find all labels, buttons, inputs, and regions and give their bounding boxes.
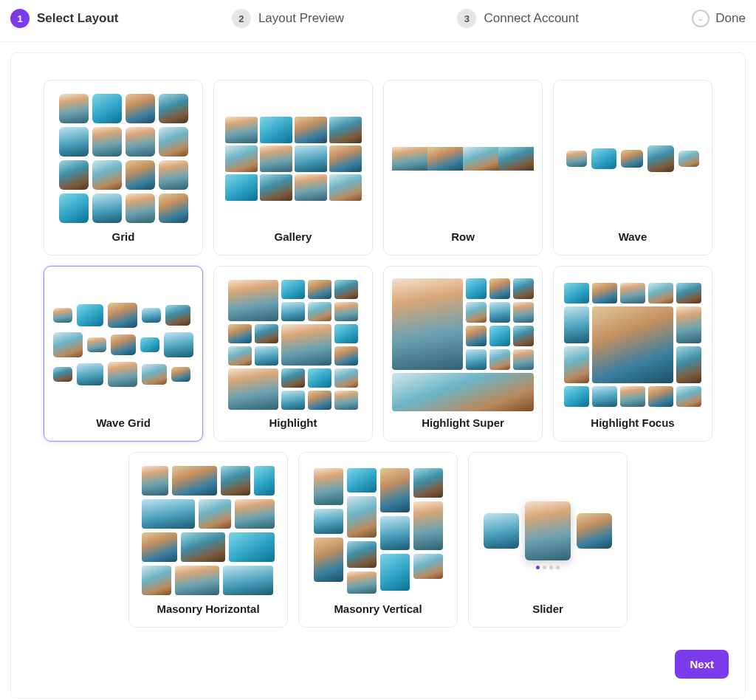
- step-layout-preview[interactable]: 2 Layout Preview: [232, 9, 344, 28]
- layout-label-highlight-super: Highlight Super: [422, 416, 504, 429]
- step-connect-account[interactable]: 3 Connect Account: [457, 9, 579, 28]
- preview-highlight-focus: [561, 277, 704, 412]
- layout-label-slider: Slider: [532, 603, 563, 615]
- svg-point-0: [699, 17, 700, 18]
- layout-card-row[interactable]: Row: [383, 80, 543, 255]
- done-label: Done: [715, 11, 746, 26]
- preview-row: [391, 91, 535, 226]
- layout-card-highlight[interactable]: Highlight: [213, 266, 373, 442]
- preview-masonry-vertical: [306, 463, 450, 598]
- layout-card-grid[interactable]: Grid: [44, 80, 203, 255]
- preview-masonry-horizontal: [137, 463, 280, 598]
- layout-label-highlight-focus: Highlight Focus: [591, 416, 674, 429]
- layout-label-masonry-horizontal: Masonry Horizontal: [157, 603, 259, 615]
- layout-label-highlight: Highlight: [269, 416, 317, 429]
- layout-card-wave[interactable]: Wave: [553, 80, 712, 255]
- layout-card-masonry-horizontal[interactable]: Masonry Horizontal: [128, 452, 288, 628]
- layout-label-wave: Wave: [619, 230, 647, 243]
- step-label-1: Select Layout: [37, 11, 119, 26]
- layout-label-row: Row: [451, 230, 475, 243]
- preview-wave: [561, 91, 704, 226]
- step-label-2: Layout Preview: [258, 11, 344, 26]
- layout-card-highlight-super[interactable]: Highlight Super: [383, 266, 543, 442]
- layout-card-highlight-focus[interactable]: Highlight Focus: [553, 266, 712, 442]
- layout-card-slider[interactable]: Slider: [468, 452, 628, 628]
- stepper: 1 Select Layout 2 Layout Preview 3 Conne…: [0, 0, 756, 42]
- step-number-3: 3: [457, 9, 476, 28]
- preview-slider: [476, 463, 619, 598]
- step-number-1: 1: [10, 9, 30, 28]
- smile-icon: [692, 10, 709, 27]
- layout-card-gallery[interactable]: Gallery: [213, 80, 373, 255]
- step-done: Done: [692, 10, 746, 27]
- preview-grid: [52, 91, 195, 226]
- layout-card-masonry-vertical[interactable]: Masonry Vertical: [298, 452, 458, 628]
- preview-highlight: [221, 277, 365, 412]
- preview-highlight-super: [391, 277, 535, 412]
- preview-gallery: [221, 91, 365, 226]
- slider-dots: [536, 566, 560, 569]
- layout-label-grid: Grid: [112, 230, 135, 243]
- step-number-2: 2: [232, 9, 251, 28]
- preview-wave-grid: [52, 277, 195, 412]
- svg-point-1: [701, 17, 702, 18]
- layout-label-gallery: Gallery: [275, 230, 312, 243]
- layout-panel: Grid Gallery Row: [10, 52, 746, 699]
- step-label-3: Connect Account: [484, 11, 579, 26]
- layout-options-grid: Grid Gallery Row: [11, 53, 745, 642]
- next-button[interactable]: Next: [675, 650, 729, 679]
- panel-footer: Next: [11, 642, 745, 690]
- layout-card-wave-grid[interactable]: Wave Grid: [44, 266, 203, 442]
- layout-label-wave-grid: Wave Grid: [96, 416, 151, 429]
- layout-label-masonry-vertical: Masonry Vertical: [334, 603, 422, 615]
- step-select-layout[interactable]: 1 Select Layout: [10, 9, 119, 28]
